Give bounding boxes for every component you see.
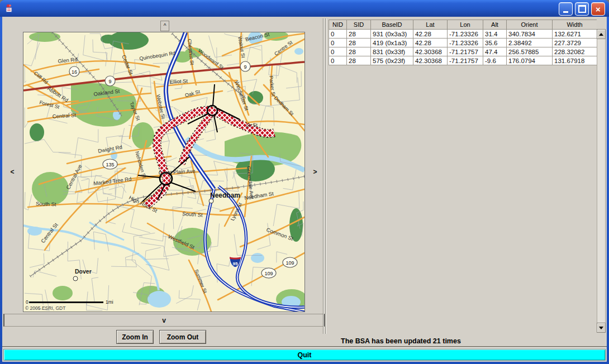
table-cell: 831 (0x33f) (371, 47, 413, 56)
route-shield-number: 135 (106, 162, 114, 167)
table-scrollbar (597, 20, 606, 333)
app-window: × ^ < > v (0, 0, 609, 364)
route-shield-number: 109 (286, 260, 294, 266)
town-marker-icon (73, 276, 78, 281)
title-bar[interactable]: × (0, 0, 609, 17)
map-town-label: Dover (75, 268, 92, 275)
table-header-lon[interactable]: Lon (448, 20, 483, 30)
table-cell: 28 (347, 56, 371, 65)
table-panel: NIDSIDBaseIDLatLonAltOrientWidth 028931 … (325, 18, 606, 334)
table-cell: 931 (0x3a3) (371, 30, 413, 39)
table-cell: 228.32082 (553, 47, 597, 56)
table-cell: 31.4 (483, 30, 507, 39)
table-row[interactable]: 028575 (0x23f)42.30368-71.21757-9.6176.0… (329, 56, 597, 65)
status-text: The BSA has been updated 21 times (341, 337, 461, 345)
route-shield-number: 9 (108, 79, 111, 84)
bsa-table: NIDSIDBaseIDLatLonAltOrientWidth 028931 … (329, 20, 597, 65)
table-cell: 47.4 (483, 47, 507, 56)
table-scroll-down-button[interactable] (597, 323, 606, 333)
bottom-divider (2, 346, 607, 347)
table-cell: 419 (0x1a3) (371, 39, 413, 47)
map-scroll-up-button[interactable]: ^ (160, 21, 169, 31)
table-cell: -9.6 (483, 56, 507, 65)
table-scrollbar-track[interactable] (597, 39, 606, 323)
minimize-icon (563, 11, 568, 13)
table-header-baseid[interactable]: BaseID (371, 20, 413, 30)
route-shield-number: 16 (72, 69, 77, 75)
scale-zero-label: 0 (26, 299, 28, 305)
table-cell: 340.7834 (507, 30, 553, 39)
map-street-label: Elliot St (170, 78, 188, 85)
table-header-width[interactable]: Width (553, 20, 597, 30)
triangle-up-icon (599, 33, 603, 36)
table-cell: 28 (347, 39, 371, 47)
table-cell: 0 (329, 47, 347, 56)
table-cell: 256.57885 (507, 47, 553, 56)
table-cell: 227.3729 (553, 39, 597, 47)
route-shield-number: 109 (264, 271, 273, 276)
minimize-button[interactable] (559, 2, 573, 16)
table-cell: 2.38492 (507, 39, 553, 47)
table-cell: -71.21757 (448, 47, 483, 56)
table-cell: 42.30368 (413, 56, 448, 65)
map-copyright: © 2005 ESRI, GDT (25, 305, 65, 311)
scrollbar-corner (597, 20, 606, 29)
table-cell: 131.67918 (553, 56, 597, 65)
map-street-label: on St (246, 122, 258, 128)
triangle-down-icon (599, 327, 603, 329)
table-header-nid[interactable]: NID (329, 20, 347, 30)
scale-mile-label: 1mi (106, 299, 113, 305)
table-cell: 42.28 (413, 39, 448, 47)
table-header-sid[interactable]: SID (347, 20, 371, 30)
table-cell: -71.23326 (448, 30, 483, 39)
map-town-label: Needham (210, 191, 240, 199)
table-cell: 42.30368 (413, 47, 448, 56)
table-cell: 0 (329, 30, 347, 39)
table-header-alt[interactable]: Alt (483, 20, 507, 30)
close-button[interactable]: × (591, 2, 605, 16)
table-scroll-up-button[interactable] (597, 29, 606, 39)
quit-button[interactable]: Quit (3, 349, 606, 361)
map-scroll-down-button[interactable]: v (3, 314, 325, 327)
table-cell: 28 (347, 47, 371, 56)
table-cell: 132.6271 (553, 30, 597, 39)
table-cell: 42.28 (413, 30, 448, 39)
table-header-orient[interactable]: Orient (507, 20, 553, 30)
close-icon: × (596, 5, 601, 13)
table-cell: -71.23326 (448, 39, 483, 47)
table-cell: 35.6 (483, 39, 507, 47)
table-cell: 176.0794 (507, 56, 553, 65)
table-cell: 0 (329, 39, 347, 47)
table-row[interactable]: 028419 (0x1a3)42.28-71.2332635.62.384922… (329, 39, 597, 47)
table-cell: 0 (329, 56, 347, 65)
map-scroll-right-arrow[interactable]: > (310, 168, 321, 176)
table-header-row: NIDSIDBaseIDLatLonAltOrientWidth (329, 20, 597, 30)
table-cell: 575 (0x23f) (371, 56, 413, 65)
table-row[interactable]: 028931 (0x3a3)42.28-71.2332631.4340.7834… (329, 30, 597, 39)
app-icon (4, 3, 14, 13)
table-cell: 28 (347, 30, 371, 39)
panel-divider (323, 18, 323, 334)
zoom-in-button[interactable]: Zoom In (116, 330, 154, 344)
route-shield-number: 9 (244, 64, 246, 70)
svg-text:95: 95 (233, 261, 238, 266)
map-street-label: South St (36, 200, 56, 207)
zoom-out-button[interactable]: Zoom Out (159, 330, 206, 344)
town-marker-icon (209, 199, 213, 203)
map-canvas[interactable]: NeedhamDover Beacon StGlen RdQuinobequin… (23, 32, 305, 312)
table-row[interactable]: 028831 (0x33f)42.30368-71.2175747.4256.5… (329, 47, 597, 56)
table-cell: -71.21757 (448, 56, 483, 65)
maximize-button[interactable] (575, 2, 589, 16)
table-header-lat[interactable]: Lat (413, 20, 448, 30)
map-scroll-left-arrow[interactable]: < (7, 168, 18, 176)
maximize-icon (578, 5, 586, 13)
